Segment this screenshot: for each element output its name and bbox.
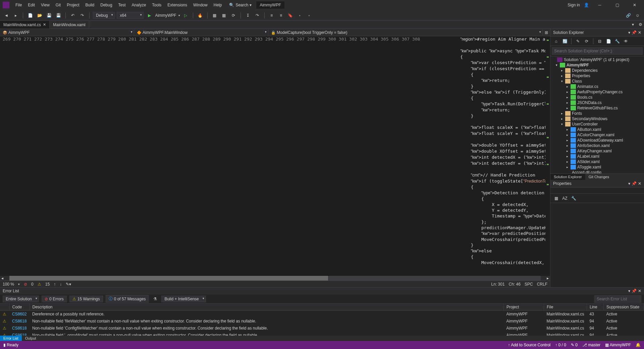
menu-git[interactable]: Git bbox=[53, 1, 63, 9]
tree-Properties[interactable]: ▸Properties bbox=[550, 73, 644, 79]
hot-reload-button[interactable]: 🔥 bbox=[197, 12, 204, 19]
alphabetical-icon[interactable]: AZ bbox=[561, 195, 569, 202]
menu-view[interactable]: View bbox=[38, 1, 52, 9]
step-out-icon[interactable]: ↧ bbox=[244, 12, 252, 19]
tree-AToggle.xaml[interactable]: ▸AToggle.xaml bbox=[550, 164, 644, 170]
tb-icon-5[interactable]: ▫ bbox=[306, 12, 313, 19]
error-row[interactable]: ⚠CS8618Non-nullable field '_onnxModel' m… bbox=[0, 332, 644, 336]
filter-icon[interactable]: ⚗ bbox=[151, 295, 159, 303]
tree-AwfulPropertyChanger.cs[interactable]: ▸AwfulPropertyChanger.cs bbox=[550, 89, 644, 95]
solution-tree[interactable]: Solution 'AimmyWPF' (1 of 1 project)▾Aim… bbox=[550, 56, 644, 173]
col-Project[interactable]: Project bbox=[503, 304, 544, 311]
error-row[interactable]: ⚠CS8602Dereference of a possibly null re… bbox=[0, 311, 644, 318]
tree-ASlider.xaml[interactable]: ▸ASlider.xaml bbox=[550, 159, 644, 164]
comment-icon[interactable]: ≡ bbox=[268, 12, 275, 19]
menu-build[interactable]: Build bbox=[83, 1, 97, 9]
error-row[interactable]: ⚠CS8618Non-nullable field 'fileWatcher' … bbox=[0, 318, 644, 325]
tb-icon-2[interactable]: ▦ bbox=[220, 12, 228, 19]
indent-mode[interactable]: SPC bbox=[525, 282, 533, 287]
home-icon[interactable]: ⌂ bbox=[552, 38, 560, 45]
props-object-dropdown[interactable] bbox=[550, 188, 644, 194]
save-button[interactable]: 💾 bbox=[45, 12, 53, 19]
tree-Dependencies[interactable]: ▸Dependencies bbox=[550, 68, 644, 73]
tree-Bools.cs[interactable]: ▸Bools.cs bbox=[550, 95, 644, 100]
overview-ruler[interactable] bbox=[545, 36, 550, 276]
nav-next-issue[interactable]: ↓ bbox=[60, 282, 62, 287]
horizontal-scrollbar[interactable]: ◂▸ bbox=[0, 276, 550, 281]
tab-git-changes[interactable]: Git Changes bbox=[585, 174, 612, 180]
sync-icon[interactable]: ⟳ bbox=[583, 38, 590, 45]
tree-JSONData.cs[interactable]: ▸JSONData.cs bbox=[550, 100, 644, 105]
account-icon[interactable]: 👤 bbox=[584, 3, 589, 7]
error-search-input[interactable] bbox=[594, 295, 641, 303]
tree-Accord.dll.config[interactable]: Accord.dll.config bbox=[550, 170, 644, 173]
menu-debug[interactable]: Debug bbox=[98, 1, 115, 9]
col-icon[interactable] bbox=[0, 304, 9, 311]
menu-extensions[interactable]: Extensions bbox=[165, 1, 190, 9]
col-Code[interactable]: Code bbox=[9, 304, 30, 311]
error-row[interactable]: ⚠CS8618Non-nullable field 'ConfigfileWat… bbox=[0, 325, 644, 332]
tree-AKeyChanger.xaml[interactable]: ▸AKeyChanger.xaml bbox=[550, 148, 644, 154]
error-count-icon[interactable]: ⊘ bbox=[24, 282, 27, 287]
tree-AInfoSection.xaml[interactable]: ▸AInfoSection.xaml bbox=[550, 143, 644, 148]
errorlist-dropdown-icon[interactable]: ▾ bbox=[628, 289, 630, 293]
props-dropdown-icon[interactable]: ▾ bbox=[628, 181, 630, 186]
tab-options-button[interactable]: ⚙ bbox=[637, 21, 644, 28]
menu-help[interactable]: Help bbox=[211, 1, 225, 9]
uncomment-icon[interactable]: ≡ bbox=[277, 12, 285, 19]
start-debug-button[interactable]: ▶ bbox=[146, 12, 153, 19]
collapse-all-icon[interactable]: ⊟ bbox=[596, 38, 603, 45]
tree-ADownloadGateway.xaml[interactable]: ▸ADownloadGateway.xaml bbox=[550, 138, 644, 143]
fold-margin[interactable] bbox=[424, 36, 429, 276]
messages-filter[interactable]: ⓘ0 of 57 Messages bbox=[106, 295, 149, 303]
col-File[interactable]: File bbox=[544, 304, 587, 311]
zoom-level[interactable]: 100 % bbox=[3, 282, 14, 287]
close-button[interactable]: ✕ bbox=[628, 0, 641, 10]
tab-solution-explorer[interactable]: Solution Explorer bbox=[550, 174, 585, 180]
run-target[interactable]: AimmyWPF bbox=[155, 13, 176, 18]
props-close-icon[interactable]: ✕ bbox=[638, 181, 641, 186]
tree-Solution 'AimmyWPF' (1 of 1 project)[interactable]: Solution 'AimmyWPF' (1 of 1 project) bbox=[550, 57, 644, 62]
tab-output[interactable]: Output bbox=[22, 336, 40, 341]
tree-Fonts[interactable]: ▸Fonts bbox=[550, 111, 644, 116]
props-pin-icon[interactable]: 📌 bbox=[632, 181, 637, 186]
scope-dropdown[interactable]: Entire Solution bbox=[3, 296, 39, 302]
solution-search-input[interactable] bbox=[552, 47, 643, 55]
close-icon[interactable]: ✕ bbox=[43, 22, 46, 27]
tree-RetrieveGithubFiles.cs[interactable]: ▸RetrieveGithubFiles.cs bbox=[550, 105, 644, 111]
menu-project[interactable]: Project bbox=[64, 1, 82, 9]
source-dropdown[interactable]: Build + IntelliSense bbox=[161, 296, 206, 302]
errorlist-close-icon[interactable]: ✕ bbox=[638, 289, 641, 293]
config-dropdown[interactable]: Debug bbox=[93, 12, 115, 19]
tree-SecondaryWindows[interactable]: ▸SecondaryWindows bbox=[550, 116, 644, 121]
status-source-control[interactable]: ↑ Add to Source Control bbox=[508, 343, 551, 347]
switch-view-icon[interactable]: 🔄 bbox=[561, 38, 569, 45]
tb-icon-1[interactable]: ▦ bbox=[211, 12, 218, 19]
menu-tools[interactable]: Tools bbox=[149, 1, 164, 9]
errors-filter[interactable]: ⊘0 Errors bbox=[42, 296, 67, 302]
status-sync[interactable]: ↑ 0 / 0 bbox=[555, 343, 566, 347]
tab-overflow-button[interactable]: ▾ bbox=[629, 21, 637, 28]
categorized-icon[interactable]: ▦ bbox=[552, 195, 560, 202]
nav-project-dropdown[interactable]: 📦 AimmyWPF bbox=[0, 30, 134, 36]
panel-dropdown-icon[interactable]: ▾ bbox=[628, 30, 630, 35]
open-button[interactable]: 📂 bbox=[36, 12, 43, 19]
preview-icon[interactable]: 👁 bbox=[622, 38, 630, 45]
live-share-icon[interactable]: 🔗 bbox=[625, 12, 632, 19]
menu-test[interactable]: Test bbox=[116, 1, 128, 9]
tree-AButton.xaml[interactable]: ▸AButton.xaml bbox=[550, 127, 644, 132]
warning-count-icon[interactable]: ⚠ bbox=[38, 282, 41, 287]
col-Line[interactable]: Line bbox=[587, 304, 604, 311]
error-table[interactable]: CodeDescriptionProjectFileLineSuppressio… bbox=[0, 304, 644, 336]
menu-analyze[interactable]: Analyze bbox=[129, 1, 149, 9]
tab-MainWindow.xaml[interactable]: MainWindow.xaml bbox=[50, 21, 89, 29]
code-editor[interactable]: "region">#region Aim Aligner Main and Lo… bbox=[429, 36, 545, 276]
nav-prev-issue[interactable]: ↑ bbox=[54, 282, 56, 287]
pending-changes-icon[interactable]: ✎ bbox=[574, 38, 582, 45]
search-menu[interactable]: 🔍 Search ▾ bbox=[229, 3, 252, 7]
step-over-icon[interactable]: ↷ bbox=[254, 12, 261, 19]
tree-Animator.cs[interactable]: ▸Animator.cs bbox=[550, 84, 644, 89]
status-branch[interactable]: ⎇ master bbox=[582, 343, 600, 347]
undo-button[interactable]: ↶ bbox=[69, 12, 76, 19]
split-button[interactable]: ⊞ bbox=[543, 29, 550, 36]
